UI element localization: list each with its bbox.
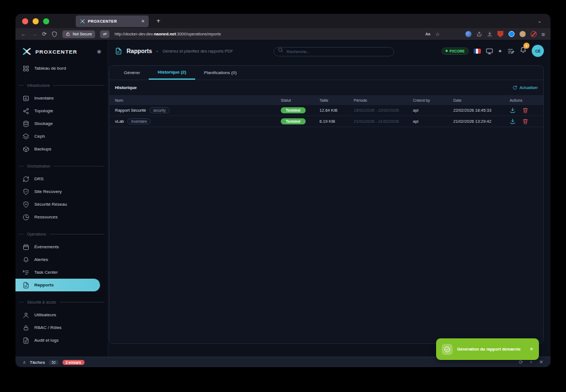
report-name: vLab	[115, 119, 124, 124]
toast-success-icon	[442, 344, 453, 355]
pxcore-status-badge: PXCORE	[442, 48, 468, 55]
sidebar-item-ceph[interactable]: Ceph	[15, 130, 108, 143]
sidebar-collapse-icon[interactable]: ◉	[97, 49, 101, 54]
sidebar-item-stockage[interactable]: Stockage	[15, 117, 108, 130]
journal-edit-icon[interactable]	[507, 48, 515, 55]
extension-shield-icon[interactable]	[497, 31, 504, 38]
browser-window: PROXCENTER ✕ + ⌄ ← → ⟳ Not Secure ⇄ http…	[15, 14, 551, 367]
sidebar-item-ressources[interactable]: Ressources	[15, 211, 108, 223]
sidebar-item-inventaire[interactable]: Inventaire	[15, 92, 108, 104]
status-badge: Terminé	[281, 118, 306, 124]
tasks-count-badge: 50	[49, 360, 58, 365]
language-flag-icon[interactable]	[474, 49, 481, 54]
tab-generer[interactable]: Générer	[115, 65, 149, 80]
header-actions: PXCORE ✦ 1 CÉ	[442, 45, 544, 57]
sidebar-item-topologie[interactable]: Topologie	[15, 104, 108, 117]
toast-message: Génération du rapport démarrée	[457, 347, 525, 352]
site-security-chip[interactable]: Not Secure	[62, 30, 95, 38]
sidebar-item-backups[interactable]: Backups	[15, 143, 108, 155]
sidebar-item-rapports[interactable]: Rapports	[15, 279, 100, 291]
report-tag: Inventaire	[127, 118, 151, 124]
tab-list-chevron-icon[interactable]: ⌄	[537, 18, 542, 24]
browser-tab[interactable]: PROXCENTER ✕	[76, 15, 149, 27]
address-bar[interactable]: http://docker-dev.dev.naoned.net:3000/op…	[114, 32, 420, 36]
dashboard-grid-icon	[23, 65, 29, 72]
brand-row: PROXCENTER ◉	[15, 44, 108, 59]
sidebar-item-utilisateurs[interactable]: Utilisateurs	[15, 309, 108, 321]
sparkles-icon[interactable]: ✦	[498, 48, 502, 54]
tab-planifications[interactable]: Planifications (0)	[195, 65, 245, 80]
status-badge: Terminé	[281, 107, 306, 113]
search-icon	[277, 47, 284, 53]
report-size: 6.19 KiB	[319, 119, 354, 124]
favicon-proxcenter-icon	[80, 19, 85, 24]
extension-password-icon[interactable]	[509, 31, 515, 37]
col-taille[interactable]: Taille	[319, 98, 354, 102]
menu-hamburger-icon[interactable]: ≡	[542, 31, 545, 38]
report-created-by: api	[413, 108, 453, 113]
toast-close-icon[interactable]: ✕	[530, 347, 533, 352]
share-icon[interactable]	[476, 31, 482, 37]
notifications-button[interactable]: 1	[520, 46, 527, 56]
permissions-chip[interactable]: ⇄	[100, 30, 109, 38]
download-button[interactable]	[510, 107, 516, 113]
close-window-button[interactable]	[22, 18, 28, 24]
table-row[interactable]: vLabInventaire Terminé 6.19 KiB 21/01/20…	[109, 116, 543, 127]
refresh-button[interactable]: Actualiser	[512, 85, 538, 90]
extension-monkey-icon[interactable]	[520, 31, 526, 37]
sidebar-item-task-center[interactable]: Task Center	[15, 266, 108, 279]
layers-icon	[23, 133, 29, 140]
zoom-window-button[interactable]	[43, 18, 49, 24]
report-period: 15/01/2026 - 22/02/2026	[354, 108, 413, 113]
shield-check-icon	[23, 189, 29, 195]
sidebar-item-evenements[interactable]: Évènements	[15, 241, 108, 253]
col-date[interactable]: Date	[453, 98, 510, 102]
col-created-by[interactable]: Créerd by	[413, 98, 453, 102]
delete-button[interactable]	[522, 107, 528, 113]
download-button[interactable]	[510, 118, 516, 124]
translate-icon[interactable]: Aa	[426, 32, 431, 36]
back-button[interactable]: ←	[21, 31, 27, 37]
page-title: Rapports	[127, 48, 152, 54]
new-tab-button[interactable]: +	[156, 17, 160, 25]
tasks-expand-chevron-icon[interactable]: ∧	[23, 360, 26, 365]
sidebar-item-site-recovery[interactable]: Site Recovery	[15, 185, 108, 198]
sidebar-item-rbac-roles[interactable]: RBAC / Rôles	[15, 321, 108, 334]
tasks-add-icon[interactable]: +	[530, 359, 532, 365]
user-avatar[interactable]: CÉ	[532, 45, 544, 57]
tracking-shield-icon[interactable]	[51, 31, 57, 38]
sidebar-item-securite-reseau[interactable]: Sécurité Réseau	[15, 198, 108, 211]
sidebar-item-drs[interactable]: DRS	[15, 173, 108, 185]
refresh-icon	[23, 176, 29, 182]
col-nom[interactable]: Nom	[115, 98, 281, 102]
tasks-close-icon[interactable]: ✕	[539, 359, 543, 365]
tasks-label[interactable]: Tâches	[30, 360, 45, 365]
sidebar-item-audit-logs[interactable]: Audit et logs	[15, 334, 108, 347]
table-row[interactable]: Rapport Sécuritésecurity Terminé 12.64 K…	[109, 105, 543, 116]
tasks-refresh-icon[interactable]: ⟳	[519, 359, 523, 365]
broken-lock-icon	[66, 32, 70, 36]
col-periode[interactable]: Période	[354, 98, 413, 102]
tab-historique[interactable]: Historique (2)	[149, 65, 195, 80]
forward-button[interactable]: →	[32, 31, 37, 37]
report-size: 12.64 KiB	[319, 108, 354, 113]
report-date: 21/02/2026 13:29:42	[453, 119, 510, 124]
database-icon	[23, 121, 29, 127]
report-created-by: api	[413, 119, 453, 124]
col-statut[interactable]: Statut	[281, 98, 319, 102]
history-panel-header: Historique Actualiser	[109, 80, 543, 95]
toast-notification: Génération du rapport démarrée ✕	[436, 338, 539, 360]
downloads-icon[interactable]	[487, 31, 492, 37]
sidebar-item-alertes[interactable]: Alertes	[15, 253, 108, 266]
display-monitor-icon[interactable]	[486, 48, 493, 55]
tab-close-icon[interactable]: ✕	[141, 19, 145, 24]
delete-button[interactable]	[522, 118, 528, 124]
sidebar-item-dashboard[interactable]: Tableau de bord	[15, 62, 108, 75]
minimize-window-button[interactable]	[33, 18, 39, 24]
reports-tabs: Générer Historique (2) Planifications (0…	[109, 66, 543, 80]
bookmark-star-icon[interactable]: ☆	[436, 32, 440, 37]
reload-button[interactable]: ⟳	[42, 31, 46, 37]
extension-blocker-icon[interactable]	[531, 31, 537, 37]
search-input[interactable]	[274, 47, 394, 56]
extension-globe-icon[interactable]	[465, 31, 471, 37]
